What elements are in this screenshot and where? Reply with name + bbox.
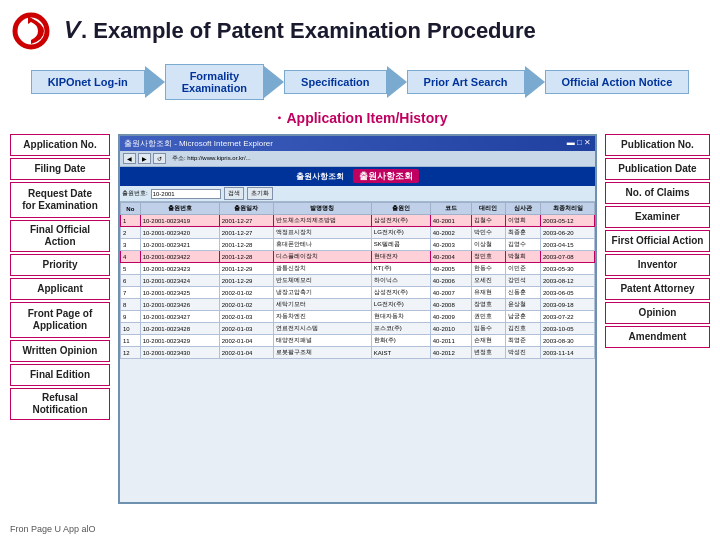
label-priority: Priority [10, 254, 110, 276]
cell-row-no: 2 [121, 227, 141, 239]
step-formality[interactable]: FormalityExamination [165, 64, 264, 100]
cell-6: 이영희 [506, 215, 541, 227]
svg-marker-2 [264, 66, 284, 98]
ss-header-row: 출원사항조회 출원사항조회 [120, 167, 595, 186]
cell-3: 포스코(주) [371, 323, 430, 335]
cell-row-no: 10 [121, 323, 141, 335]
cell-row-no: 6 [121, 275, 141, 287]
logo-icon [10, 10, 52, 52]
cell-1: 2002-01-02 [219, 287, 273, 299]
cell-5: 정민호 [471, 251, 506, 263]
step-specification[interactable]: Specification [284, 70, 386, 94]
table-row[interactable]: 1010-2001-00234282002-01-03연료전지시스템포스코(주)… [121, 323, 595, 335]
cell-0: 10-2001-0023419 [140, 215, 219, 227]
cell-3: 현대자동차 [371, 311, 430, 323]
header: Ⅴ. Example of Patent Examination Procedu… [0, 0, 720, 58]
cell-0: 10-2001-0023428 [140, 323, 219, 335]
cell-row-no: 9 [121, 311, 141, 323]
ss-refresh-btn[interactable]: ↺ [153, 153, 166, 164]
arrow-icon-4 [525, 66, 545, 98]
cell-4: 40-2010 [430, 323, 471, 335]
cell-0: 10-2001-0023422 [140, 251, 219, 263]
cell-3: 하이닉스 [371, 275, 430, 287]
cell-0: 10-2001-0023427 [140, 311, 219, 323]
cell-3: LG전자(주) [371, 227, 430, 239]
step-kiponet[interactable]: KIPOnet Log-in [31, 70, 145, 94]
cell-2: 로봇팔구조체 [273, 347, 371, 359]
cell-5: 오세진 [471, 275, 506, 287]
label-no-of-claims: No. of Claims [605, 182, 710, 204]
cell-6: 남궁훈 [506, 311, 541, 323]
cell-4: 40-2001 [430, 215, 471, 227]
cell-row-no: 5 [121, 263, 141, 275]
col-date: 출원일자 [219, 203, 273, 215]
step-prior-art[interactable]: Prior Art Search [407, 70, 525, 94]
cell-3: SK텔레콤 [371, 239, 430, 251]
cell-7: 2003-08-30 [541, 335, 595, 347]
table-row[interactable]: 410-2001-00234222001-12-28디스플레이장치현대전자40-… [121, 251, 595, 263]
arrow-icon-3 [387, 66, 407, 98]
table-row[interactable]: 310-2001-00234212001-12-28휴대폰안테나SK텔레콤40-… [121, 239, 595, 251]
col-applicant: 출원인 [371, 203, 430, 215]
cell-7: 2003-05-12 [541, 215, 595, 227]
cell-4: 40-2003 [430, 239, 471, 251]
cell-5: 장영호 [471, 299, 506, 311]
arrow-icon-2 [264, 66, 284, 98]
col-app-no: 출원번호 [140, 203, 219, 215]
cell-1: 2001-12-29 [219, 263, 273, 275]
cell-7: 2003-08-12 [541, 275, 595, 287]
cell-5: 박민수 [471, 227, 506, 239]
cell-3: 삼성전자(주) [371, 215, 430, 227]
ss-search-bar: 출원번호: 검색 초기화 [120, 186, 595, 202]
cell-0: 10-2001-0023424 [140, 275, 219, 287]
cell-1: 2001-12-27 [219, 215, 273, 227]
table-row[interactable]: 710-2001-00234252002-01-02냉장고압축기삼성전자(주)4… [121, 287, 595, 299]
ss-back-btn[interactable]: ◀ [123, 153, 136, 164]
cell-1: 2002-01-03 [219, 311, 273, 323]
table-row[interactable]: 110-2001-00234192001-12-27반도체소자의제조방법삼성전자… [121, 215, 595, 227]
table-row[interactable]: 610-2001-00234242001-12-29반도체메모리하이닉스40-2… [121, 275, 595, 287]
svg-marker-3 [387, 66, 407, 98]
cell-5: 유재현 [471, 287, 506, 299]
cell-3: KT(주) [371, 263, 430, 275]
section-title: ・Application Item/History [0, 110, 720, 128]
cell-2: 냉장고압축기 [273, 287, 371, 299]
cell-row-no: 3 [121, 239, 141, 251]
cell-5: 한동수 [471, 263, 506, 275]
label-written-opinion: Written Opinion [10, 340, 110, 362]
ss-forward-btn[interactable]: ▶ [138, 153, 151, 164]
ss-header-text: 출원사항조회 [296, 172, 344, 181]
table-row[interactable]: 810-2001-00234262002-01-02세탁기모터LG전자(주)40… [121, 299, 595, 311]
cell-1: 2002-01-02 [219, 299, 273, 311]
cell-4: 40-2002 [430, 227, 471, 239]
left-labels: Application No. Filing Date Request Date… [10, 134, 110, 504]
ss-search-btn[interactable]: 검색 [224, 187, 244, 200]
table-row[interactable]: 910-2001-00234272002-01-03자동차엔진현대자동차40-2… [121, 311, 595, 323]
ss-table-container[interactable]: No 출원번호 출원일자 발명명칭 출원인 코드 대리인 심사관 최종처리일 1… [120, 202, 595, 500]
cell-2: 액정표시장치 [273, 227, 371, 239]
ss-data-table: No 출원번호 출원일자 발명명칭 출원인 코드 대리인 심사관 최종처리일 1… [120, 202, 595, 359]
table-row[interactable]: 1210-2001-00234302002-01-04로봇팔구조체KAIST40… [121, 347, 595, 359]
table-row[interactable]: 1110-2001-00234292002-01-04태양전지패널한화(주)40… [121, 335, 595, 347]
ss-search-input[interactable] [151, 189, 221, 199]
step-official-action[interactable]: Official Action Notice [545, 70, 690, 94]
screenshot-area[interactable]: 출원사항조회 - Microsoft Internet Explorer ▬ □… [118, 134, 597, 504]
ss-reset-btn[interactable]: 초기화 [247, 187, 273, 200]
label-request-date: Request Datefor Examination [10, 182, 110, 218]
cell-1: 2002-01-04 [219, 347, 273, 359]
table-row[interactable]: 210-2001-00234202001-12-27액정표시장치LG전자(주)4… [121, 227, 595, 239]
label-inventor: Inventor [605, 254, 710, 276]
cell-3: KAIST [371, 347, 430, 359]
cell-6: 김영수 [506, 239, 541, 251]
cell-0: 10-2001-0023421 [140, 239, 219, 251]
label-application-no: Application No. [10, 134, 110, 156]
table-row[interactable]: 510-2001-00234232001-12-29광통신장치KT(주)40-2… [121, 263, 595, 275]
cell-row-no: 7 [121, 287, 141, 299]
svg-marker-4 [525, 66, 545, 98]
label-first-official: First Official Action [605, 230, 710, 252]
label-publication-no: Publication No. [605, 134, 710, 156]
cell-6: 박성진 [506, 347, 541, 359]
cell-7: 2003-06-20 [541, 227, 595, 239]
cell-1: 2002-01-03 [219, 323, 273, 335]
cell-5: 김철수 [471, 215, 506, 227]
